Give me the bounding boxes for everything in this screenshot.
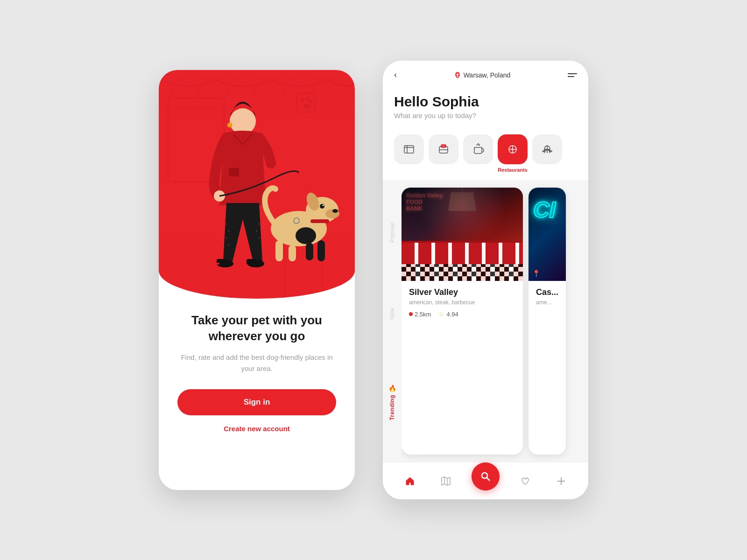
location-text: Warsaw, Poland: [464, 71, 511, 79]
distance-value: 2,5km: [415, 311, 431, 318]
restaurant-card-partial[interactable]: CI 📍 Cas... ame...: [529, 188, 566, 455]
svg-point-22: [228, 244, 230, 246]
card-image-partial: CI 📍: [529, 188, 566, 281]
search-icon: [480, 471, 491, 482]
card-info-partial: Cas... ame...: [529, 281, 566, 317]
category-coffee-icon: [463, 134, 493, 164]
nav-favorites[interactable]: [515, 471, 536, 491]
svg-line-65: [486, 477, 490, 481]
svg-point-42: [323, 205, 324, 206]
svg-rect-28: [217, 263, 219, 265]
card-image-silver-valley: Golden ValleyFOODBANK: [402, 188, 523, 281]
category-restaurants[interactable]: Restaurants: [498, 134, 528, 173]
subtitle: Find, rate and add the best dog-friendly…: [177, 352, 336, 374]
svg-rect-30: [247, 259, 257, 265]
home-icon: [405, 476, 415, 486]
card-name-silver-valley: Silver Valley: [409, 287, 515, 297]
svg-text:H: H: [443, 145, 444, 147]
category-hotel-icon: H: [429, 134, 458, 164]
svg-point-23: [258, 223, 260, 225]
svg-rect-35: [289, 245, 296, 261]
nav-map[interactable]: [436, 471, 456, 491]
distance-dot: [409, 312, 413, 316]
left-phone: ♥ ♥ Take your pet with you wherever you …: [159, 70, 355, 490]
category-outdoor[interactable]: [532, 134, 562, 173]
left-phone-content: Take your pet with you wherever you go F…: [159, 299, 355, 490]
category-restaurants-icon: [498, 134, 528, 164]
svg-rect-44: [310, 219, 329, 223]
neon-sign-left: Golden ValleyFOODBANK: [406, 192, 443, 212]
svg-rect-49: [404, 146, 414, 153]
side-tabs: Popular New 🔥 Trending: [383, 180, 402, 462]
nav-home[interactable]: [400, 471, 420, 491]
map-icon: [441, 476, 451, 486]
restaurant-card-silver-valley[interactable]: Golden ValleyFOODBANK Silver Valley am: [402, 188, 523, 455]
hero-section: ♥ ♥: [159, 70, 355, 299]
card-cuisine-partial: ame...: [536, 299, 558, 306]
svg-point-20: [228, 230, 230, 232]
svg-point-13: [230, 108, 256, 134]
sign-in-button[interactable]: Sign in: [177, 389, 336, 415]
category-bar[interactable]: [394, 134, 424, 173]
card-meta-silver-valley: 2,5km ☆ 4.94: [409, 310, 515, 318]
category-outdoor-icon: [532, 134, 562, 164]
svg-point-19: [226, 223, 227, 225]
trending-icon: 🔥: [388, 385, 396, 392]
svg-point-31: [227, 123, 232, 127]
top-bar: ‹ Warsaw, Poland: [383, 61, 588, 84]
add-icon: [556, 476, 566, 486]
svg-point-41: [320, 204, 324, 209]
category-bar-icon: [394, 134, 424, 164]
main-content: Popular New 🔥 Trending Golden ValleyFOOD…: [383, 180, 588, 462]
card-distance: 2,5km: [409, 311, 431, 318]
right-phone: ‹ Warsaw, Poland Hello Sophia What are y…: [383, 61, 588, 499]
card-rating: ☆ 4.94: [438, 310, 458, 318]
location-badge: Warsaw, Poland: [454, 71, 511, 79]
star-icon: ☆: [438, 310, 444, 318]
svg-point-33: [296, 227, 316, 244]
checkered-floor: [402, 262, 523, 281]
greeting-section: Hello Sophia What are you up to today?: [383, 84, 588, 127]
booths: [402, 241, 523, 264]
card-cuisine-silver-valley: american, steak, barbecue: [409, 299, 515, 306]
svg-point-64: [482, 473, 487, 478]
svg-rect-34: [275, 240, 283, 261]
svg-point-21: [226, 237, 227, 239]
category-restaurants-label: Restaurants: [498, 167, 528, 173]
nav-add[interactable]: [551, 471, 571, 491]
neon-ci-text: CI: [533, 197, 556, 223]
svg-point-25: [258, 237, 260, 239]
svg-point-40: [332, 209, 338, 213]
svg-point-24: [256, 230, 258, 232]
svg-text:♥: ♥: [296, 175, 299, 181]
cards-area: Golden ValleyFOODBANK Silver Valley am: [402, 180, 588, 462]
trending-tab[interactable]: Trending: [389, 395, 395, 420]
category-coffee[interactable]: [463, 134, 493, 173]
back-button[interactable]: ‹: [394, 70, 397, 80]
new-tab[interactable]: New: [389, 308, 395, 320]
categories-row: H: [383, 127, 588, 180]
ceiling-lamp: [448, 188, 476, 220]
tagline: Take your pet with you wherever you go: [177, 313, 336, 344]
bottom-nav: [383, 462, 588, 499]
svg-rect-37: [317, 240, 325, 261]
greeting-subtitle: What are you up to today?: [394, 112, 577, 119]
category-hotel[interactable]: H: [429, 134, 458, 173]
trending-tab-group[interactable]: 🔥 Trending: [388, 385, 396, 420]
card-info-silver-valley: Silver Valley american, steak, barbecue …: [402, 281, 523, 324]
search-fab[interactable]: [472, 462, 500, 490]
partial-location-pin: 📍: [532, 270, 540, 277]
location-icon: [454, 72, 461, 78]
menu-button[interactable]: [568, 73, 577, 77]
greeting-title: Hello Sophia: [394, 94, 577, 110]
rating-value: 4.94: [446, 311, 458, 318]
popular-tab[interactable]: Popular: [389, 222, 395, 243]
create-account-link[interactable]: Create new account: [224, 425, 290, 433]
card-name-partial: Cas...: [536, 287, 558, 297]
svg-text:♥: ♥: [289, 181, 292, 188]
svg-point-48: [456, 73, 459, 76]
heart-icon: [520, 476, 530, 486]
svg-rect-17: [229, 168, 239, 176]
svg-rect-36: [306, 243, 313, 260]
card2-background: CI: [529, 188, 566, 281]
